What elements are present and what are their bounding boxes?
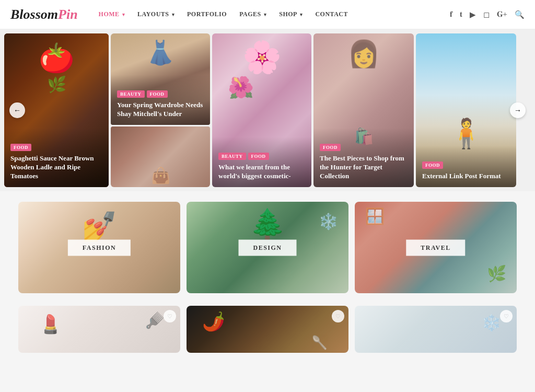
category-travel[interactable]: 🪟 🌿 TRAVEL [355, 202, 517, 293]
hero-slider: ← 🍅 🌿 FOOD Spaghetti Sauce Near Brown Wo… [0, 29, 535, 191]
bottom-cards-section: 💄 🪮 ♡ 🌶️ 🥄 ♡ ❄️ ♡ [0, 304, 535, 363]
bottom-card-snow[interactable]: ❄️ ♡ [355, 306, 517, 353]
chevron-down-icon: ▾ [172, 12, 175, 17]
twitter-icon[interactable]: 𝐭 [460, 10, 462, 19]
search-icon[interactable]: 🔍 [515, 10, 525, 19]
tag-beauty: BEAUTY [218, 153, 246, 160]
slider-next-button[interactable]: → [510, 102, 526, 118]
facebook-icon[interactable]: 𝐟 [450, 10, 452, 19]
category-fashion-label: FASHION [68, 239, 131, 256]
heart-button-3[interactable]: ♡ [500, 310, 513, 322]
heart-button-2[interactable]: ♡ [332, 310, 344, 322]
category-section: 💅 FASHION 🌲 ❄️ DESIGN 🪟 🌿 TRAVEL [0, 191, 535, 304]
category-design-label: DESIGN [238, 239, 296, 256]
header: BlossomPin HOME ▾ LAYOUTS ▾ PORTFOLIO PA… [0, 0, 535, 29]
bottom-card-spices[interactable]: 🌶️ 🥄 ♡ [187, 306, 348, 353]
nav-home[interactable]: HOME ▾ [94, 0, 131, 29]
nav-pages[interactable]: PAGES ▾ [234, 0, 272, 29]
slide-card-5[interactable]: 🧍 FOOD External Link Post Format [416, 33, 516, 187]
logo-blossom: Blossom [10, 7, 58, 22]
main-nav: HOME ▾ LAYOUTS ▾ PORTFOLIO PAGES ▾ SHOP … [94, 0, 450, 29]
youtube-icon[interactable]: ▶ [470, 10, 476, 19]
slide-title-3: What we learnt from the world's biggest … [218, 163, 305, 181]
tag-food: FOOD [320, 144, 341, 151]
category-travel-label: TRAVEL [406, 239, 465, 256]
social-icons: 𝐟 𝐭 ▶ ◻ 𝐆+ 🔍 [450, 10, 525, 19]
googleplus-icon[interactable]: 𝐆+ [497, 10, 507, 19]
slide-card-2[interactable]: 👗 BEAUTY FOOD Your Spring Wardrobe Needs… [111, 33, 210, 187]
tag-beauty: BEAUTY [117, 90, 145, 98]
nav-contact[interactable]: CONTACT [310, 0, 353, 29]
nav-shop[interactable]: SHOP ▾ [274, 0, 308, 29]
heart-button-1[interactable]: ♡ [164, 310, 176, 322]
logo[interactable]: BlossomPin [10, 7, 78, 22]
chevron-down-icon: ▾ [300, 12, 303, 17]
bottom-card-makeup[interactable]: 💄 🪮 ♡ [18, 306, 180, 353]
tag-food: FOOD [248, 153, 269, 160]
slider-prev-button[interactable]: ← [9, 102, 25, 118]
tag-food: FOOD [147, 90, 168, 98]
tag-food: FOOD [422, 162, 443, 169]
slide-card-4[interactable]: 👩 🛍️ FOOD The Best Pieces to Shop from t… [313, 33, 414, 187]
chevron-down-icon: ▾ [264, 12, 267, 17]
slide-title-1: Spaghetti Sauce Near Brown Wooden Ladle … [10, 154, 102, 181]
slide-title-5: External Link Post Format [422, 172, 510, 181]
logo-pin: Pin [58, 7, 78, 22]
slide-card-3[interactable]: 🌸 🌺 BEAUTY FOOD What we learnt from the … [212, 33, 311, 187]
instagram-icon[interactable]: ◻ [483, 10, 490, 19]
slide-title-4: The Best Pieces to Shop from the Hunter … [320, 154, 408, 181]
category-design[interactable]: 🌲 ❄️ DESIGN [187, 202, 348, 293]
nav-portfolio[interactable]: PORTFOLIO [182, 0, 232, 29]
chevron-down-icon: ▾ [122, 12, 125, 17]
category-fashion[interactable]: 💅 FASHION [18, 202, 180, 293]
nav-layouts[interactable]: LAYOUTS ▾ [132, 0, 180, 29]
tag-food: FOOD [10, 144, 31, 151]
slide-title-2: Your Spring Wardrobe Needs Shay Mitchell… [117, 101, 204, 119]
